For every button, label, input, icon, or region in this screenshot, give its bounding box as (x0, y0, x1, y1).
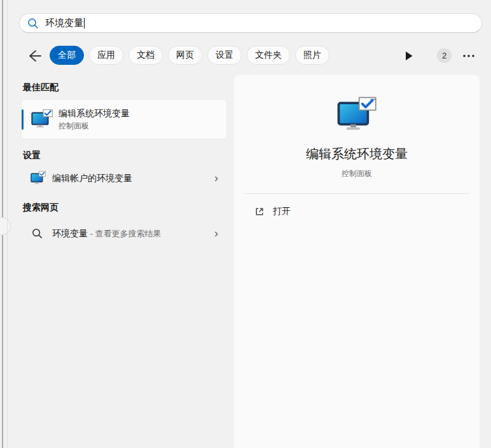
preview-subtitle: 控制面板 (342, 168, 372, 179)
best-match-header: 最佳匹配 (23, 82, 59, 93)
open-label: 打开 (273, 206, 291, 217)
filter-tab-documents[interactable]: 文档 (128, 46, 163, 65)
system-properties-icon (31, 171, 46, 185)
text-caret (84, 18, 85, 29)
web-section-header: 搜索网页 (23, 202, 59, 214)
system-properties-icon (31, 109, 53, 129)
chevron-right-icon: › (214, 171, 218, 185)
divider (244, 193, 469, 194)
filter-tabs: 全部 应用 文档 网页 设置 文件夹 照片 (50, 46, 329, 65)
web-suffix: - 查看更多搜索结果 (88, 229, 162, 238)
preview-panel: 编辑系统环境变量 控制面板 打开 (234, 75, 480, 448)
web-query: 环境变量 (52, 228, 88, 238)
filter-tab-web[interactable]: 网页 (168, 46, 202, 65)
window-edge-bump (0, 217, 11, 235)
preview-title: 编辑系统环境变量 (306, 146, 408, 163)
settings-result-row[interactable]: 编辑帐户的环境变量 › (21, 167, 227, 190)
settings-section-header: 设置 (23, 150, 41, 161)
back-button[interactable] (27, 49, 42, 63)
more-options-icon[interactable] (462, 53, 475, 58)
filter-tab-photos[interactable]: 照片 (295, 46, 329, 65)
result-label: 环境变量 - 查看更多搜索结果 (52, 228, 162, 240)
web-search-result-row[interactable]: 环境变量 - 查看更多搜索结果 › (21, 222, 227, 245)
result-title: 编辑系统环境变量 (59, 108, 130, 119)
filter-bar: 全部 应用 文档 网页 设置 文件夹 照片 (0, 46, 491, 66)
system-properties-icon (337, 96, 377, 132)
search-input[interactable]: 环境变量 (19, 13, 482, 33)
filter-tab-apps[interactable]: 应用 (89, 46, 123, 65)
result-subtitle: 控制面板 (59, 121, 89, 132)
notification-count-badge[interactable]: 2 (437, 48, 452, 63)
window-edge-border (7, 0, 8, 448)
filter-tab-settings[interactable]: 设置 (207, 46, 242, 65)
search-query-text: 环境变量 (45, 17, 83, 29)
open-action[interactable]: 打开 (244, 202, 301, 221)
search-icon (32, 228, 43, 239)
filter-tab-folders[interactable]: 文件夹 (247, 46, 290, 65)
chevron-right-icon: › (214, 226, 218, 240)
search-icon (27, 18, 39, 29)
filter-tab-all[interactable]: 全部 (50, 46, 84, 65)
selection-accent-bar (22, 109, 24, 130)
play-icon[interactable] (405, 51, 413, 61)
result-label: 编辑帐户的环境变量 (52, 173, 132, 184)
best-match-result[interactable]: 编辑系统环境变量 控制面板 (21, 99, 227, 139)
open-external-icon (254, 207, 265, 217)
